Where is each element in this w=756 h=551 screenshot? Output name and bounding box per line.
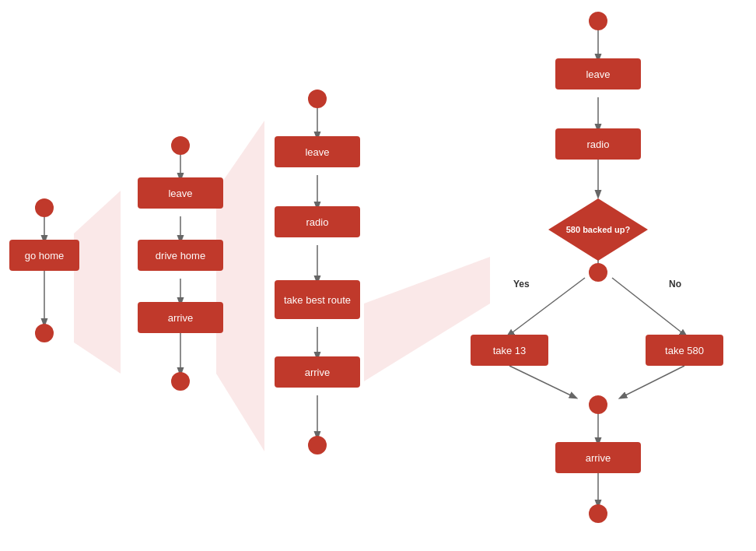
f2-end-circle — [171, 372, 190, 391]
f4-start-circle — [589, 12, 607, 30]
f2-leave-node: leave — [138, 177, 223, 209]
f4-merge-circle — [589, 395, 607, 414]
f4-take580-node: take 580 — [646, 335, 723, 366]
fan-1-2 — [74, 191, 121, 374]
f3-end-circle — [308, 436, 327, 454]
f2-drive-home-node: drive home — [138, 240, 223, 271]
f4-arrow-580-merge — [622, 366, 684, 397]
f4-leave-node: leave — [555, 58, 641, 89]
f4-decision-circle — [589, 263, 607, 282]
diagram-container: go home leave drive home arrive leave ra… — [0, 0, 756, 551]
f3-radio-node: radio — [275, 206, 360, 237]
f3-take-best-route-node: take best route — [275, 280, 360, 319]
fan-2-3 — [216, 121, 264, 451]
f4-decision-label: 580 backed up? — [566, 224, 631, 235]
f3-start-circle — [308, 89, 327, 108]
f2-arrive-node: arrive — [138, 302, 223, 333]
f3-arrive-node: arrive — [275, 356, 360, 388]
f1-end-circle — [35, 324, 54, 342]
f4-arrive-node: arrive — [555, 442, 641, 473]
f3-leave-node: leave — [275, 136, 360, 167]
f2-start-circle — [171, 136, 190, 155]
f1-go-home-node: go home — [9, 240, 79, 271]
f4-end-circle — [589, 504, 607, 523]
f1-start-circle — [35, 198, 54, 217]
f4-decision-node: 580 backed up? — [544, 195, 652, 265]
f4-radio-node: radio — [555, 128, 641, 160]
no-label: No — [669, 279, 681, 290]
f4-take13-node: take 13 — [471, 335, 548, 366]
diagram-svg — [0, 0, 756, 551]
yes-label: Yes — [513, 279, 530, 290]
f4-arrow-13-merge — [509, 366, 574, 397]
